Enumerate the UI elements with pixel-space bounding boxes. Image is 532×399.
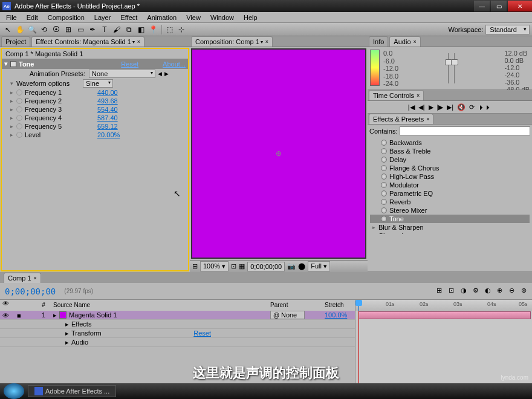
menu-effect[interactable]: Effect [117,13,141,22]
audio-level-slider-l[interactable] [448,53,449,83]
loop-button[interactable]: ⟳ [469,103,475,111]
mask-icon[interactable]: ▦ [239,262,245,270]
tl-icon[interactable]: ⚙ [473,287,482,296]
last-frame-button[interactable]: ▶| [447,103,453,111]
menu-composition[interactable]: Composition [44,13,88,22]
animation-presets-dropdown[interactable]: None [89,70,155,78]
channel-icon[interactable]: ⬤ [298,262,305,270]
taskbar-app-button[interactable]: Adobe After Effects ... [28,385,116,397]
layer-sub-effects[interactable]: ▸Effects [0,320,355,329]
grid-icon[interactable]: ⊞ [192,262,198,270]
start-button[interactable] [4,383,24,399]
brush-tool[interactable]: 🖌 [111,24,122,35]
waveform-dropdown[interactable]: Sine [83,79,113,88]
next-frame-button[interactable]: |▶ [437,103,444,111]
snapshot-icon[interactable]: 📷 [287,262,296,270]
stopwatch-icon[interactable] [16,132,22,138]
timecode-display[interactable]: 0;00;00;00 [247,262,285,271]
tab-effects-presets[interactable]: Effects & Presets× [369,114,433,124]
fx-item[interactable]: Parametric EQ [370,189,530,198]
fx-item-tone[interactable]: Tone [370,215,530,223]
world-axis-icon[interactable]: ⊹ [176,24,187,35]
play-button[interactable]: ▶ [429,103,433,111]
solo-toggle[interactable]: ■ [17,312,23,318]
preset-next-icon[interactable]: ▶ [164,71,169,77]
layer-duration-bar[interactable] [358,311,531,319]
parent-dropdown[interactable]: @ None [270,311,305,319]
layer-sub-audio[interactable]: ▸Audio [0,338,355,347]
fx-item[interactable]: Reverb [370,198,530,206]
fx-item[interactable]: Backwards [370,138,530,147]
stretch-value[interactable]: 100.0% [325,311,347,319]
fx-item[interactable]: Delay [370,155,530,164]
close-button[interactable]: ✕ [508,1,532,11]
value-frequency-2[interactable]: 493.68 [97,97,118,105]
rotate-tool[interactable]: ⟲ [39,24,50,35]
pen-tool[interactable]: ✒ [87,24,98,35]
layer-row[interactable]: 👁■ 1 ▸Magenta Solid 1 @ None 100.0% [0,311,355,320]
fx-item[interactable]: Modulator [370,181,530,189]
workspace-dropdown[interactable]: Standard [485,25,530,34]
menu-help[interactable]: Help [240,13,261,22]
tab-audio[interactable]: Audio× [389,36,420,47]
minimize-button[interactable]: — [474,1,490,11]
effect-tone-header[interactable]: ▾ Tone Reset About... [2,59,188,69]
menu-file[interactable]: File [2,13,21,22]
preset-prev-icon[interactable]: ◀ [158,71,162,77]
tl-icon[interactable]: ⊡ [449,287,458,296]
fx-category[interactable]: ▸Blur & Sharpen [370,223,530,232]
tab-time-controls[interactable]: Time Controls× [369,90,424,100]
audio-level-slider-r[interactable] [454,53,455,83]
zoom-tool[interactable]: 🔍 [27,24,37,35]
eye-icon[interactable]: 👁 [2,300,9,307]
value-level[interactable]: 20.00% [97,131,120,138]
zoom-dropdown[interactable]: 100% ▾ [200,261,229,271]
stopwatch-icon[interactable] [16,98,22,104]
mute-button[interactable]: 🔇 [457,103,465,111]
layer-sub-transform[interactable]: ▸TransformReset [0,329,355,338]
visibility-toggle[interactable]: 👁 [2,312,8,318]
eraser-tool[interactable]: ◧ [135,24,146,35]
tl-icon[interactable]: ⊗ [521,287,531,296]
tab-composition[interactable]: Composition: Comp 1▾× [191,36,273,47]
tl-icon[interactable]: ◐ [485,287,495,296]
hand-tool[interactable]: ✋ [15,24,25,35]
local-axis-icon[interactable]: ⬚ [164,24,175,35]
fx-category[interactable]: ▸Channel [370,232,530,234]
stopwatch-icon[interactable] [16,115,22,121]
tl-icon[interactable]: ⊕ [497,287,507,296]
fx-item[interactable]: High-Low Pass [370,172,530,181]
fx-item[interactable]: Flange & Chorus [370,164,530,172]
stopwatch-icon[interactable] [16,106,22,112]
tab-timeline-comp[interactable]: Comp 1× [4,273,41,283]
tab-effect-controls[interactable]: Effect Controls: Magenta Solid 1▾× [31,36,144,47]
timeline-ruler[interactable]: 01s 02s 03s 04s 05s [355,300,532,311]
rect-tool[interactable]: ▭ [75,24,86,35]
tl-icon[interactable]: ⊖ [509,287,519,296]
composition-viewer[interactable]: ⊕ [191,48,366,259]
first-frame-button[interactable]: |◀ [408,103,415,111]
effects-search-input[interactable] [400,126,530,135]
tl-icon[interactable]: ⊞ [436,287,446,296]
tab-project[interactable]: Project [1,36,30,47]
fx-item[interactable]: Bass & Treble [370,147,530,155]
stopwatch-icon[interactable] [16,89,22,96]
effect-enable-checkbox[interactable] [10,61,16,67]
value-frequency-5[interactable]: 659.12 [97,123,118,130]
transform-reset-link[interactable]: Reset [193,329,211,337]
menu-edit[interactable]: Edit [23,13,42,22]
camera-tool[interactable]: ⦿ [51,24,62,35]
current-time-indicator[interactable] [358,300,359,311]
prev-frame-button[interactable]: ◀| [418,103,425,111]
menu-view[interactable]: View [183,13,204,22]
resolution-dropdown[interactable]: Full ▾ [308,261,330,271]
ram-preview-button[interactable]: ⏵⏵ [478,103,491,111]
stopwatch-icon[interactable] [16,123,22,129]
menu-layer[interactable]: Layer [91,13,115,22]
value-frequency-3[interactable]: 554.40 [97,106,118,113]
type-tool[interactable]: T [99,24,110,35]
value-frequency-1[interactable]: 440.00 [97,89,118,96]
fx-item[interactable]: Stereo Mixer [370,206,530,215]
maximize-button[interactable]: ▭ [491,1,507,11]
menu-window[interactable]: Window [207,13,238,22]
